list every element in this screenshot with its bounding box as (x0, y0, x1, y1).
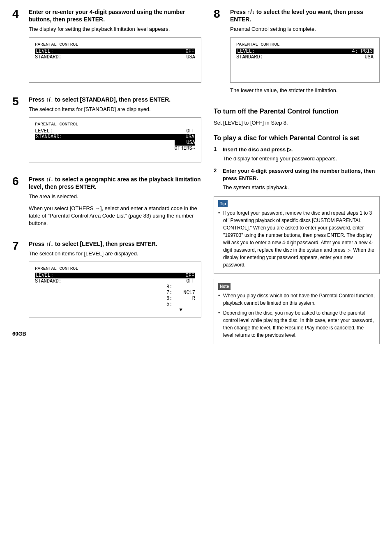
substep-2-heading: Enter your 4-digit password using the nu… (223, 167, 380, 182)
tip-label: Tip (218, 200, 228, 207)
step-4-content: Enter or re-enter your 4-digit password … (29, 8, 201, 87)
step-8-row1: LEVEL: 4: PG13 (236, 49, 374, 54)
step-8-row2: STANDARD: USA (236, 54, 374, 60)
step-8-desc2: The lower the value, the stricter the li… (230, 87, 380, 94)
step-4-row1-label: LEVEL: (36, 49, 53, 54)
step-4-row2-value: USA (186, 54, 195, 60)
step-5-dropdown-item-2: OTHERS→ (175, 146, 195, 151)
tip-box: Tip • If you forget your password, remov… (214, 196, 380, 274)
step-5-number: 5 (12, 96, 24, 167)
step-6-desc1: The area is selected. (29, 193, 201, 200)
step-5-row1-value: OFF (186, 128, 195, 134)
step-4: 4 Enter or re-enter your 4-digit passwor… (12, 8, 201, 87)
note-box: Note • When you play discs which do not … (214, 279, 380, 344)
play-disc-heading: To play a disc for which Parental Contro… (214, 134, 380, 143)
step-7-screen-title: PARENTAL CONTROL (35, 266, 195, 271)
step-7-dropdown: 8: 7:NC17 6:R 5: ▼ (166, 284, 195, 313)
step-4-screen: PARENTAL CONTROL LEVEL: OFF STANDARD: US… (29, 37, 201, 83)
substep-1-number: 1 (214, 146, 219, 162)
step-8-screen: PARENTAL CONTROL LEVEL: 4: PG13 STANDARD… (230, 37, 380, 83)
step-4-heading: Enter or re-enter your 4-digit password … (29, 8, 201, 23)
step-5-heading: Press ↑/↓ to select [STANDARD], then pre… (29, 96, 201, 103)
step-8-desc: Parental Control setting is complete. (230, 25, 380, 33)
page-number: 60GB (12, 331, 201, 337)
right-column: 8 Press ↑/↓ to select the level you want… (214, 8, 380, 349)
substep-2-desc: The system starts playback. (223, 184, 380, 191)
step-8-heading: Press ↑/↓ to select the level you want, … (230, 8, 380, 23)
substep-2-number: 2 (214, 167, 219, 192)
substep-1: 1 Insert the disc and press ▷. The displ… (214, 146, 380, 162)
left-column: 4 Enter or re-enter your 4-digit passwor… (12, 8, 201, 349)
step-5-content: Press ↑/↓ to select [STANDARD], then pre… (29, 96, 201, 167)
step-6-desc2: When you select [OTHERS →], select and e… (29, 205, 201, 227)
step-6-number: 6 (12, 176, 24, 231)
step-7-row2-value: OFF (186, 278, 195, 284)
step-7-dropdown-item-8: 8: (166, 284, 195, 290)
tip-bullet-1: • If you forget your password, remove th… (218, 209, 375, 269)
step-5-row1: LEVEL: OFF (35, 128, 195, 134)
tip-bullet-dot: • (218, 209, 221, 269)
step-4-row1: LEVEL: OFF (35, 49, 195, 54)
step-7-row2-label: STANDARD: (35, 278, 62, 284)
step-5-row1-label: LEVEL: (35, 128, 53, 134)
step-8-content: Press ↑/↓ to select the level you want, … (230, 8, 380, 98)
step-4-screen-title: PARENTAL CONTROL (35, 42, 195, 47)
step-8-number: 8 (214, 8, 225, 98)
step-5-desc: The selection items for [STANDARD] are d… (29, 106, 201, 113)
step-8-row2-label: STANDARD: (236, 54, 263, 60)
note-bullet-dot-2: • (218, 309, 221, 339)
step-4-row2: STANDARD: USA (35, 54, 195, 60)
step-5-row2-value: USA (185, 134, 194, 140)
step-8-row1-value: 4: PG13 (352, 49, 373, 54)
step-4-desc: The display for setting the playback lim… (29, 25, 201, 33)
substep-1-content: Insert the disc and press ▷. The display… (223, 146, 380, 162)
note-bullet-text-2: Depending on the disc, you may be asked … (223, 309, 375, 339)
note-bullet-text-1: When you play discs which do not have th… (223, 292, 375, 307)
step-8-row1-label: LEVEL: (237, 49, 255, 54)
step-6-heading: Press ↑/↓ to select a geographic area as… (29, 176, 201, 190)
step-7-screen: PARENTAL CONTROL LEVEL: OFF STANDARD: OF… (29, 262, 201, 317)
step-7-dropdown-item-7: 7:NC17 (166, 290, 195, 296)
step-5: 5 Press ↑/↓ to select [STANDARD], then p… (12, 96, 201, 167)
turn-off-heading: To turn off the Parental Control functio… (214, 107, 380, 116)
step-5-dropdown-area: USA OTHERS→ (35, 140, 195, 151)
substep-1-heading: Insert the disc and press ▷. (223, 146, 380, 153)
step-7-dropdown-item-5: 5: (166, 301, 195, 307)
step-7: 7 Press ↑/↓ to select [LEVEL], then pres… (12, 240, 201, 322)
note-bullet-dot-1: • (218, 292, 221, 307)
step-5-screen-title: PARENTAL CONTROL (35, 122, 195, 127)
step-7-number: 7 (12, 240, 24, 322)
step-8-screen-title: PARENTAL CONTROL (236, 42, 374, 47)
step-6: 6 Press ↑/↓ to select a geographic area … (12, 176, 201, 231)
step-7-dropdown-area: 8: 7:NC17 6:R 5: ▼ (35, 284, 195, 313)
turn-off-desc: Set [LEVEL] to [OFF] in Step 8. (214, 119, 380, 127)
step-5-screen: PARENTAL CONTROL LEVEL: OFF STANDARD: US… (29, 117, 201, 162)
step-4-row1-value: OFF (185, 49, 194, 54)
step-7-dropdown-arrow: ▼ (166, 307, 195, 313)
substep-2: 2 Enter your 4-digit password using the … (214, 167, 380, 192)
step-5-dropdown: USA OTHERS→ (175, 140, 195, 151)
tip-bullet-text: If you forget your password, remove the … (223, 209, 375, 269)
step-4-number: 4 (12, 8, 24, 87)
step-5-row2-label: STANDARD: (36, 134, 62, 140)
step-7-content: Press ↑/↓ to select [LEVEL], then press … (29, 240, 201, 322)
note-bullet-1: • When you play discs which do not have … (218, 292, 375, 307)
step-7-row1: LEVEL: OFF (35, 273, 195, 278)
step-7-dropdown-item-6: 6:R (166, 296, 195, 301)
step-7-heading: Press ↑/↓ to select [LEVEL], then press … (29, 240, 201, 248)
step-6-content: Press ↑/↓ to select a geographic area as… (29, 176, 201, 231)
step-7-row1-label: LEVEL: (36, 273, 53, 278)
substep-1-desc: The display for entering your password a… (223, 155, 380, 162)
step-5-row2: STANDARD: USA (35, 134, 195, 140)
step-5-dropdown-item-1: USA (175, 140, 195, 146)
substep-2-content: Enter your 4-digit password using the nu… (223, 167, 380, 192)
step-7-row2: STANDARD: OFF (35, 278, 195, 284)
step-7-desc: The selection items for [LEVEL] are disp… (29, 250, 201, 257)
step-8: 8 Press ↑/↓ to select the level you want… (214, 8, 380, 98)
step-7-row1-value: OFF (185, 273, 194, 278)
step-8-row2-value: USA (364, 54, 374, 60)
note-bullet-2: • Depending on the disc, you may be aske… (218, 309, 375, 339)
step-4-row2-label: STANDARD: (35, 54, 62, 60)
note-label: Note (218, 283, 231, 290)
